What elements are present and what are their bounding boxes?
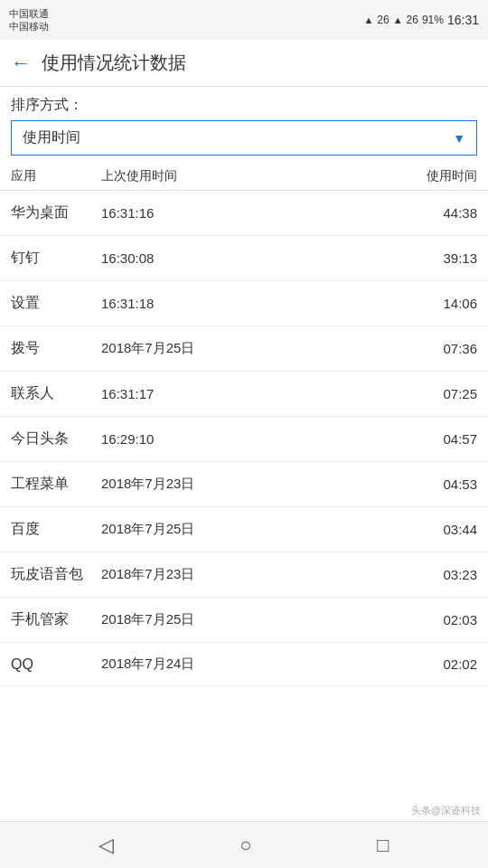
signal-icon-1: ▲: [393, 14, 403, 25]
row-duration-5: 04:57: [405, 431, 477, 447]
row-app-8: 玩皮语音包: [11, 565, 101, 584]
table-row: 拨号 2018年7月25日 07:36: [0, 326, 488, 372]
row-duration-9: 02:03: [405, 612, 477, 627]
row-duration-0: 44:38: [405, 205, 477, 221]
row-last-10: 2018年7月24日: [101, 656, 405, 673]
battery: 91%: [422, 14, 444, 26]
col-header-app: 应用: [11, 168, 101, 184]
recent-nav-button[interactable]: □: [377, 834, 389, 857]
row-app-1: 钉钉: [11, 249, 101, 268]
row-app-6: 工程菜单: [11, 475, 101, 494]
status-bar: 中国联通 中国移动 ▲ 26 ▲ 26 91% 16:31: [0, 0, 488, 40]
row-last-2: 16:31:18: [101, 296, 405, 311]
table-row: 联系人 16:31:17 07:25: [0, 372, 488, 417]
table-row: 华为桌面 16:31:16 44:38: [0, 191, 488, 236]
sort-dropdown[interactable]: 使用时间 ▼: [11, 120, 477, 156]
signal2: 26: [407, 14, 418, 26]
row-duration-3: 07:36: [405, 341, 477, 356]
row-app-0: 华为桌面: [11, 203, 101, 222]
row-last-0: 16:31:16: [101, 205, 405, 221]
table-row: 百度 2018年7月25日 03:44: [0, 507, 488, 552]
row-duration-4: 07:25: [405, 386, 477, 401]
chevron-down-icon: ▼: [453, 131, 465, 146]
row-app-10: QQ: [11, 656, 101, 673]
row-last-5: 16:29:10: [101, 431, 405, 447]
row-duration-1: 39:13: [405, 250, 477, 266]
row-duration-2: 14:06: [405, 296, 477, 311]
col-header-last: 上次使用时间: [101, 168, 405, 184]
table-row: 玩皮语音包 2018年7月23日 03:23: [0, 552, 488, 598]
back-nav-button[interactable]: ◁: [99, 834, 114, 857]
watermark: 头条@深迹科技: [411, 804, 481, 817]
row-duration-6: 04:53: [405, 476, 477, 492]
row-app-3: 拨号: [11, 339, 101, 358]
row-app-4: 联系人: [11, 384, 101, 403]
row-last-1: 16:30:08: [101, 250, 405, 266]
table-row: 设置 16:31:18 14:06: [0, 281, 488, 326]
row-app-2: 设置: [11, 294, 101, 313]
row-duration-7: 03:44: [405, 522, 477, 537]
row-app-7: 百度: [11, 520, 101, 539]
row-last-3: 2018年7月25日: [101, 340, 405, 357]
clock: 16:31: [447, 13, 479, 27]
signal1: 26: [377, 14, 389, 26]
table-row: QQ 2018年7月24日 02:02: [0, 643, 488, 686]
wifi-icon: ▲: [363, 14, 373, 25]
row-last-4: 16:31:17: [101, 386, 405, 401]
sort-label: 排序方式：: [11, 96, 477, 115]
table-header: 应用 上次使用时间 使用时间: [0, 163, 488, 191]
row-last-9: 2018年7月25日: [101, 611, 405, 628]
row-duration-8: 03:23: [405, 567, 477, 582]
page-header: ← 使用情况统计数据: [0, 40, 488, 87]
row-last-6: 2018年7月23日: [101, 476, 405, 493]
carrier2: 中国移动: [9, 20, 49, 33]
row-app-5: 今日头条: [11, 429, 101, 448]
page-title: 使用情况统计数据: [42, 51, 186, 75]
col-header-duration: 使用时间: [405, 168, 477, 184]
row-last-7: 2018年7月25日: [101, 521, 405, 538]
sort-selected: 使用时间: [23, 128, 80, 147]
row-duration-10: 02:02: [405, 656, 477, 672]
table-row: 钉钉 16:30:08 39:13: [0, 236, 488, 281]
carrier1: 中国联通: [9, 7, 49, 20]
home-nav-button[interactable]: ○: [239, 834, 251, 857]
table-row: 手机管家 2018年7月25日 02:03: [0, 598, 488, 643]
row-app-9: 手机管家: [11, 610, 101, 629]
back-button[interactable]: ←: [11, 52, 31, 75]
carrier-info: 中国联通 中国移动: [9, 7, 49, 33]
bottom-nav: ◁ ○ □: [0, 821, 488, 868]
table-row: 今日头条 16:29:10 04:57: [0, 417, 488, 462]
sort-section: 排序方式： 使用时间 ▼: [0, 87, 488, 156]
status-right: ▲ 26 ▲ 26 91% 16:31: [363, 13, 479, 27]
table-content: 华为桌面 16:31:16 44:38 钉钉 16:30:08 39:13 设置…: [0, 191, 488, 844]
table-row: 工程菜单 2018年7月23日 04:53: [0, 462, 488, 507]
row-last-8: 2018年7月23日: [101, 566, 405, 583]
